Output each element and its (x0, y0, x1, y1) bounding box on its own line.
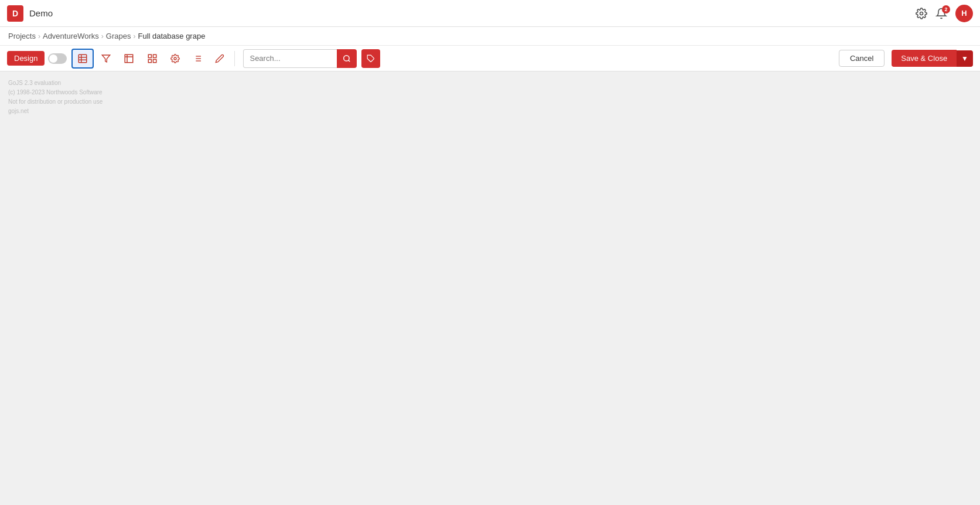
search-box (243, 49, 357, 68)
svg-line-21 (349, 60, 350, 62)
grid-icon (147, 53, 158, 64)
breadcrumb-grapes[interactable]: Grapes (106, 32, 131, 40)
svg-point-13 (174, 57, 176, 60)
frame-button[interactable] (118, 49, 139, 69)
table-view-button[interactable] (71, 49, 94, 69)
save-close-dropdown-button[interactable]: ▼ (957, 50, 973, 67)
design-toggle-group: Design (7, 51, 67, 66)
topbar-right: 2 H (916, 5, 973, 22)
main-content: Projects › AdventureWorks › Grapes › Ful… (0, 27, 980, 505)
cancel-button[interactable]: Cancel (839, 50, 885, 67)
pencil-button[interactable] (210, 49, 230, 69)
toolbar-divider (234, 51, 235, 66)
svg-point-20 (344, 55, 349, 60)
svg-rect-11 (149, 59, 152, 62)
svg-marker-5 (103, 55, 110, 62)
list-button[interactable] (187, 49, 207, 69)
frame-icon (124, 53, 134, 64)
search-input[interactable] (243, 49, 337, 68)
topbar-left: D Demo (7, 5, 53, 22)
save-close-button[interactable]: Save & Close (892, 50, 957, 67)
breadcrumb-full-database-grape: Full database grape (138, 32, 205, 40)
canvas-area: GoJS 2.3 evaluation (c) 1998-2023 Northw… (0, 71, 980, 505)
search-button[interactable] (337, 49, 357, 68)
svg-point-0 (920, 12, 923, 15)
topbar: D Demo 2 H (0, 0, 980, 27)
filter-button[interactable] (96, 49, 116, 69)
grid-button[interactable] (142, 49, 163, 69)
user-avatar[interactable]: H (955, 5, 973, 22)
pencil-icon (215, 54, 224, 63)
svg-rect-10 (153, 54, 156, 57)
svg-rect-1 (79, 54, 87, 63)
svg-rect-9 (149, 54, 152, 57)
toolbar: Design (0, 46, 980, 71)
dropdown-arrow-icon: ▼ (961, 54, 968, 63)
watermark-line3: Not for distribution or production use (8, 97, 103, 107)
app-name: Demo (29, 8, 53, 18)
svg-rect-6 (125, 54, 134, 63)
watermark-line1: GoJS 2.3 evaluation (8, 79, 103, 88)
svg-rect-12 (153, 59, 156, 62)
breadcrumb-adventureworks[interactable]: AdventureWorks (43, 32, 99, 40)
filter-icon (101, 54, 111, 63)
tag-button[interactable] (361, 49, 380, 68)
list-icon (193, 54, 202, 63)
breadcrumb-projects[interactable]: Projects (8, 32, 36, 40)
breadcrumb: Projects › AdventureWorks › Grapes › Ful… (0, 27, 980, 46)
app-logo: D (7, 5, 23, 22)
notifications-button[interactable]: 2 (935, 8, 947, 19)
settings-icon (170, 54, 180, 63)
tag-icon (367, 54, 375, 63)
save-close-wrap: Save & Close ▼ (892, 50, 973, 67)
table-icon (77, 53, 88, 64)
breadcrumb-sep-3: › (133, 32, 135, 40)
notification-badge: 2 (942, 5, 950, 13)
watermark-line2: (c) 1998-2023 Northwoods Software (8, 88, 103, 97)
settings-button[interactable] (916, 8, 927, 19)
watermark: GoJS 2.3 evaluation (c) 1998-2023 Northw… (8, 79, 103, 116)
settings-tool-button[interactable] (165, 49, 185, 69)
breadcrumb-sep-1: › (38, 32, 40, 40)
design-toggle-switch[interactable] (48, 53, 67, 64)
watermark-line4: gojs.net (8, 107, 103, 116)
design-button[interactable]: Design (7, 51, 45, 66)
gear-icon (916, 8, 927, 19)
search-icon (343, 54, 351, 63)
breadcrumb-sep-2: › (101, 32, 104, 40)
